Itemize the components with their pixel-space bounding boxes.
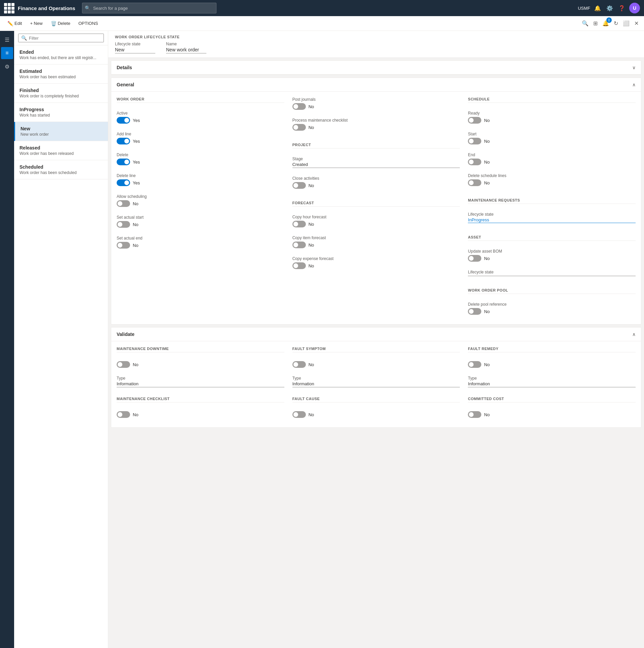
active-toggle-row: Active Yes <box>117 111 284 124</box>
fault-cause-enabled-toggle[interactable] <box>292 411 306 418</box>
close-button[interactable]: ✕ <box>633 19 640 28</box>
delete-line-toggle[interactable] <box>117 179 130 186</box>
filter-input-wrapper: 🔍 <box>18 34 104 42</box>
allow-scheduling-toggle[interactable] <box>117 200 130 207</box>
copy-expense-toggle[interactable] <box>292 262 306 269</box>
general-section-title: General <box>117 82 134 87</box>
left-icon-bar: ☰ ≡ ⚙ <box>0 31 14 648</box>
search-input[interactable] <box>82 3 216 13</box>
active-toggle-container: Yes <box>117 117 284 124</box>
main-layout: ☰ ≡ ⚙ 🔍 Ended Work has ended, but there … <box>0 31 644 648</box>
delete-schedule-toggle-container: No <box>468 179 636 186</box>
fault-remedy-enabled-toggle[interactable] <box>468 361 481 368</box>
close-activities-toggle[interactable] <box>292 182 306 189</box>
delete-pool-toggle[interactable] <box>468 308 481 315</box>
maintenance-lifecycle-value[interactable]: InProgress <box>468 217 636 223</box>
delete-toggle-container: Yes <box>117 159 284 165</box>
committed-cost-title: COMMITTED COST <box>468 397 636 402</box>
set-actual-end-toggle[interactable] <box>117 242 130 249</box>
fault-symptom-enabled-toggle[interactable] <box>292 361 306 368</box>
forecast-subsection-title: FORECAST <box>292 201 460 207</box>
copy-hour-toggle[interactable] <box>292 221 306 227</box>
post-journals-toggle[interactable] <box>292 103 306 110</box>
delete-schedule-toggle[interactable] <box>468 179 481 186</box>
ready-toggle[interactable] <box>468 117 481 124</box>
grid-view-button[interactable]: ⊞ <box>592 19 599 28</box>
delete-label: Delete <box>117 153 284 157</box>
sidebar-item-finished[interactable]: Finished Work order is completely finish… <box>14 84 108 103</box>
fault-cause-enabled-value: No <box>309 412 314 417</box>
process-maintenance-value: No <box>309 125 314 130</box>
delete-button[interactable]: 🗑️ Delete <box>47 19 74 28</box>
top-nav: Finance and Operations 🔍 USMF 🔔 ⚙️ ❓ U <box>0 0 644 16</box>
set-actual-start-toggle[interactable] <box>117 221 130 228</box>
process-maintenance-toggle-row: Process maintenance checklist No <box>292 118 460 131</box>
hamburger-menu-button[interactable]: ☰ <box>1 34 13 46</box>
sidebar-item-ended[interactable]: Ended Work has ended, but there are stil… <box>14 45 108 64</box>
notif-badge-wrapper: 🔔 0 <box>601 19 610 28</box>
asset-lifecycle-value <box>468 275 636 276</box>
sidebar-item-desc-ended: Work has ended, but there are still regi… <box>19 55 103 60</box>
project-subsection-title: PROJECT <box>292 143 460 148</box>
general-section-card: General ∧ WORK ORDER Active Yes <box>111 78 641 325</box>
downtime-type-value: Information <box>117 381 284 387</box>
sidebar-item-desc-released: Work order has been released <box>19 151 103 156</box>
command-bar: ✏️ Edit + New 🗑️ Delete OPTIONS 🔍 ⊞ 🔔 0 … <box>0 16 644 31</box>
help-button[interactable]: ❓ <box>617 4 627 13</box>
general-section-header[interactable]: General ∧ <box>111 78 641 92</box>
process-maintenance-toggle[interactable] <box>292 124 306 131</box>
filter-input[interactable] <box>29 36 101 41</box>
committed-cost-enabled-toggle[interactable] <box>468 411 481 418</box>
delete-toggle[interactable] <box>117 159 130 165</box>
delete-icon: 🗑️ <box>51 21 56 26</box>
committed-cost-enabled-toggle-container: No <box>468 411 636 418</box>
process-maintenance-toggle-container: No <box>292 124 460 131</box>
edit-button[interactable]: ✏️ Edit <box>4 19 25 28</box>
sidebar-item-desc-inprogress: Work has started <box>19 113 103 118</box>
stage-field: Stage Created <box>292 157 460 168</box>
sidebar-item-name-scheduled: Scheduled <box>19 164 103 170</box>
avatar[interactable]: U <box>629 3 640 13</box>
refresh-button[interactable]: ↻ <box>612 19 619 28</box>
validate-section-header[interactable]: Validate ∧ <box>111 328 641 341</box>
sidebar-item-new[interactable]: New New work order <box>14 122 108 141</box>
ready-value: No <box>484 118 490 123</box>
new-button[interactable]: + New <box>27 19 46 28</box>
copy-hour-label: Copy hour forecast <box>292 215 460 219</box>
app-grid-icon[interactable] <box>4 3 14 13</box>
add-line-value: Yes <box>133 139 140 144</box>
search-cmd-button[interactable]: 🔍 <box>580 19 590 28</box>
downtime-enabled-toggle-container: No <box>117 361 284 368</box>
checklist-enabled-toggle[interactable] <box>117 411 130 418</box>
list-view-icon-button[interactable]: ≡ <box>1 47 13 59</box>
add-line-toggle-row: Add line Yes <box>117 132 284 144</box>
post-journals-toggle-container: No <box>292 103 460 110</box>
start-toggle-row: Start No <box>468 132 636 144</box>
copy-item-toggle[interactable] <box>292 242 306 248</box>
set-actual-end-label: Set actual end <box>117 236 284 241</box>
sidebar-item-scheduled[interactable]: Scheduled Work order has been scheduled <box>14 160 108 179</box>
committed-cost-enabled-value: No <box>484 412 490 417</box>
work-order-subsection-title: WORK ORDER <box>117 97 284 103</box>
asset-lifecycle-field: Lifecycle state <box>468 270 636 276</box>
update-asset-bom-toggle[interactable] <box>468 255 481 262</box>
delete-toggle-row: Delete Yes <box>117 153 284 165</box>
filter-icon-button[interactable]: ⚙ <box>1 60 13 73</box>
sidebar-item-desc-scheduled: Work order has been scheduled <box>19 170 103 175</box>
settings-gear-button[interactable]: ⚙️ <box>605 4 614 13</box>
notification-bell-button[interactable]: 🔔 <box>593 4 602 13</box>
details-section-header[interactable]: Details ∨ <box>111 61 641 75</box>
sidebar-item-released[interactable]: Released Work order has been released <box>14 141 108 160</box>
downtime-enabled-toggle[interactable] <box>117 361 130 368</box>
active-toggle[interactable] <box>117 117 130 124</box>
maximize-button[interactable]: ⬜ <box>621 19 631 28</box>
options-button[interactable]: OPTIONS <box>75 19 102 28</box>
allow-scheduling-toggle-row: Allow scheduling No <box>117 194 284 207</box>
sidebar-item-inprogress[interactable]: InProgress Work has started <box>14 103 108 122</box>
sidebar-item-estimated[interactable]: Estimated Work order has been estimated <box>14 64 108 84</box>
start-toggle[interactable] <box>468 138 481 144</box>
end-toggle[interactable] <box>468 159 481 165</box>
start-label: Start <box>468 132 636 136</box>
delete-line-toggle-row: Delete line Yes <box>117 173 284 186</box>
add-line-toggle[interactable] <box>117 138 130 144</box>
